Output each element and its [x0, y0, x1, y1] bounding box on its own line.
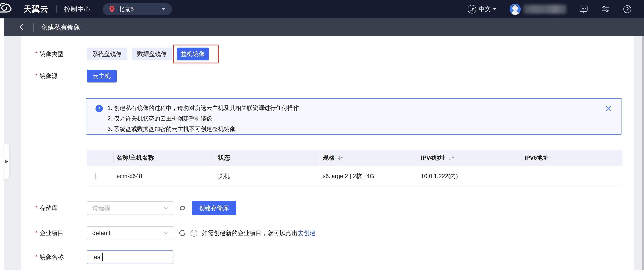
- row-radio-button[interactable]: [95, 172, 96, 180]
- text-cursor: [102, 253, 103, 261]
- enterprise-project-hint: 如需创建新的企业项目，您可以点击去创建: [202, 229, 316, 237]
- notice-line: 2. 仅允许关机状态的云主机创建整机镜像: [108, 113, 596, 124]
- page-title-bar: 创建私有镜像: [4, 19, 644, 36]
- brand-name[interactable]: 天翼云: [24, 4, 48, 15]
- spec-column-header: 规格: [320, 150, 418, 166]
- ipv4-column-header: IPv4地址: [418, 150, 522, 166]
- vertical-scrollbar[interactable]: [642, 36, 644, 270]
- info-icon: i: [96, 105, 103, 112]
- create-repository-button[interactable]: 创建存储库: [192, 201, 236, 215]
- user-avatar[interactable]: [510, 4, 521, 15]
- create-image-form: *镜像类型 系统盘镜像 数据盘镜像 整机镜像 *镜像源 云主机: [22, 36, 634, 270]
- content-area: *镜像类型 系统盘镜像 数据盘镜像 整机镜像 *镜像源 云主机: [0, 36, 644, 270]
- image-source-label: *镜像源: [35, 72, 58, 80]
- location-pin-icon: [109, 6, 115, 13]
- nav-divider: [56, 5, 57, 13]
- svg-text:?: ?: [193, 231, 195, 235]
- table-row: ecm-b648 关机 s6.large.2 | 2核 | 4G 10.0.1.…: [87, 166, 622, 186]
- sort-icon[interactable]: [337, 154, 344, 161]
- select-column-header: [87, 150, 114, 166]
- refresh-icon[interactable]: [178, 204, 187, 212]
- repository-label: *存储库: [35, 204, 58, 212]
- message-feedback-icon[interactable]: [579, 5, 588, 14]
- cloud-logo-icon[interactable]: [0, 3, 23, 16]
- create-private-image-page: 天翼云 控制中心 北京5 En 中文: [0, 0, 644, 270]
- host-table-header: 名称/主机名称 状态 规格 IPv4地址: [87, 150, 622, 166]
- title-divider: [33, 23, 34, 32]
- image-type-row: *镜像类型 系统盘镜像 数据盘镜像 整机镜像: [22, 48, 634, 60]
- go-create-link[interactable]: 去创建: [298, 230, 316, 236]
- host-table: 名称/主机名称 状态 规格 IPv4地址: [87, 150, 622, 186]
- image-type-data-disk-button[interactable]: 数据盘镜像: [132, 48, 172, 60]
- sort-icon[interactable]: [448, 154, 455, 161]
- language-en-icon: En: [468, 5, 476, 14]
- notice-line: 3. 系统盘或数据盘加密的云主机不可创建整机镜像: [108, 124, 596, 134]
- refresh-icon[interactable]: [178, 229, 187, 237]
- host-name-cell: ecm-b648: [114, 173, 215, 180]
- svg-text:?: ?: [626, 6, 628, 12]
- host-ipv4-cell: 10.0.1.222(内): [418, 172, 522, 180]
- triangle-right-icon: [5, 160, 8, 163]
- help-icon[interactable]: ?: [190, 229, 198, 237]
- top-nav: 天翼云 控制中心 北京5 En 中文: [0, 0, 644, 19]
- console-center-link[interactable]: 控制中心: [64, 5, 90, 14]
- image-name-value: test: [92, 254, 102, 260]
- chevron-down-icon: [162, 8, 166, 11]
- host-spec-cell: s6.large.2 | 2核 | 4G: [320, 172, 418, 180]
- notice-line: 1. 创建私有镜像的过程中，请勿对所选云主机及其相关联资源进行任何操作: [108, 103, 596, 113]
- chevron-down-icon: [163, 230, 169, 236]
- repository-select[interactable]: 请选择: [87, 201, 174, 215]
- preferences-sliders-icon[interactable]: [601, 5, 610, 14]
- host-status-cell: 关机: [215, 172, 320, 180]
- repository-placeholder: 请选择: [92, 204, 110, 212]
- username-redacted: [524, 5, 566, 14]
- region-selector[interactable]: 北京5: [102, 3, 172, 15]
- image-type-options: 系统盘镜像 数据盘镜像 整机镜像: [87, 48, 209, 60]
- required-mark: *: [35, 51, 38, 57]
- chevron-down-icon: [163, 205, 169, 211]
- enterprise-project-row: *企业项目 default ?: [22, 226, 634, 240]
- language-switcher[interactable]: En 中文: [468, 5, 496, 14]
- image-name-row: *镜像名称 test: [22, 250, 634, 264]
- help-icon[interactable]: ?: [622, 5, 632, 14]
- sidebar-expand-handle[interactable]: [4, 144, 10, 179]
- region-name: 北京5: [118, 5, 134, 13]
- back-button[interactable]: [18, 23, 26, 32]
- image-name-input[interactable]: test: [87, 250, 174, 264]
- close-icon[interactable]: [605, 105, 612, 112]
- status-column-header: 状态: [215, 150, 320, 166]
- notice-banner: i 1. 创建私有镜像的过程中，请勿对所选云主机及其相关联资源进行任何操作 2.…: [86, 98, 622, 135]
- enterprise-project-label: *企业项目: [35, 229, 64, 237]
- image-type-label: *镜像类型: [35, 50, 64, 58]
- nav-right-cluster: En 中文 ?: [468, 4, 644, 15]
- image-name-label: *镜像名称: [35, 253, 64, 261]
- image-source-cloud-host-button[interactable]: 云主机: [87, 70, 117, 83]
- language-label: 中文: [479, 5, 491, 13]
- page-title: 创建私有镜像: [41, 23, 80, 32]
- enterprise-project-value: default: [92, 230, 110, 236]
- notice-lines: 1. 创建私有镜像的过程中，请勿对所选云主机及其相关联资源进行任何操作 2. 仅…: [108, 103, 596, 134]
- name-column-header: 名称/主机名称: [114, 150, 215, 166]
- chevron-down-icon: [493, 8, 496, 10]
- image-source-row: *镜像源 云主机: [22, 70, 634, 83]
- enterprise-project-select[interactable]: default: [87, 226, 174, 240]
- image-type-system-disk-button[interactable]: 系统盘镜像: [87, 48, 128, 60]
- image-type-whole-machine-button[interactable]: 整机镜像: [177, 48, 209, 60]
- repository-row: *存储库 请选择 创建存储库: [22, 201, 634, 215]
- ipv6-column-header: IPv6地址: [522, 150, 622, 166]
